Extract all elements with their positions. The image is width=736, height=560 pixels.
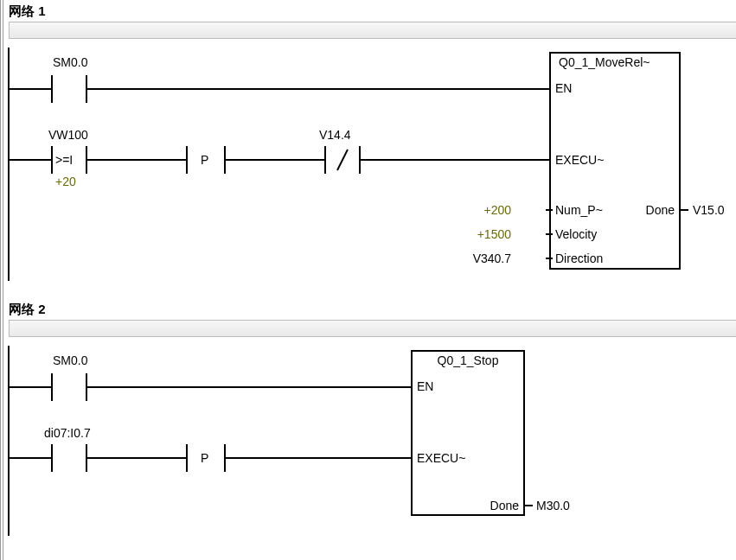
- num-p-val: +200: [483, 203, 511, 217]
- vel-val: +1500: [477, 227, 512, 241]
- dir-lbl: Direction: [555, 251, 603, 265]
- contact-sm00: SM0.0: [53, 55, 88, 69]
- contact2-sm00: SM0.0: [53, 353, 88, 367]
- compare-val: +20: [55, 175, 76, 188]
- network-2-title: 网络 2: [5, 298, 736, 320]
- pulse2-p: P: [201, 451, 208, 465]
- num-p-lbl: Num_P~: [555, 203, 603, 217]
- network-2: 网络 2 Q0_1_Stop SM0.0 EN di07:I0.7 P: [5, 298, 736, 536]
- svg-line-15: [337, 150, 348, 170]
- pulse-p: P: [201, 153, 208, 167]
- fb-execu: EXECU~: [555, 153, 604, 167]
- network-1: 网络 1 Q0_1_MoveRel~ SM0.0 EN >=I VW100 +2…: [5, 0, 736, 281]
- network-2-ladder: Q0_1_Stop SM0.0 EN di07:I0.7 P EXECU~ Do…: [5, 346, 732, 536]
- svg-rect-22: [412, 351, 524, 515]
- ladder-editor: 网络 1 Q0_1_MoveRel~ SM0.0 EN >=I VW100 +2…: [0, 0, 736, 560]
- network-2-comment[interactable]: [9, 320, 736, 337]
- fb2-en: EN: [417, 379, 433, 393]
- fb-en: EN: [555, 81, 572, 95]
- network-1-comment[interactable]: [9, 22, 736, 39]
- fb-title: Q0_1_MoveRel~: [559, 55, 650, 69]
- contact-di07: di07:I0.7: [44, 426, 91, 440]
- network-1-ladder: Q0_1_MoveRel~ SM0.0 EN >=I VW100 +20 P: [5, 48, 732, 281]
- done2-out: M30.0: [536, 499, 570, 512]
- nc-v144: V14.4: [319, 128, 351, 142]
- dir-val: V340.7: [473, 251, 512, 265]
- compare-var: VW100: [48, 128, 88, 142]
- compare-op: >=I: [55, 153, 73, 167]
- fb2-title: Q0_1_Stop: [438, 353, 499, 367]
- fb2-execu: EXECU~: [417, 451, 465, 465]
- vel-lbl: Velocity: [555, 227, 597, 241]
- done2-lbl: Done: [490, 499, 520, 512]
- network-1-title: 网络 1: [5, 0, 736, 22]
- done-out: V15.0: [693, 203, 725, 217]
- done-lbl: Done: [646, 203, 675, 217]
